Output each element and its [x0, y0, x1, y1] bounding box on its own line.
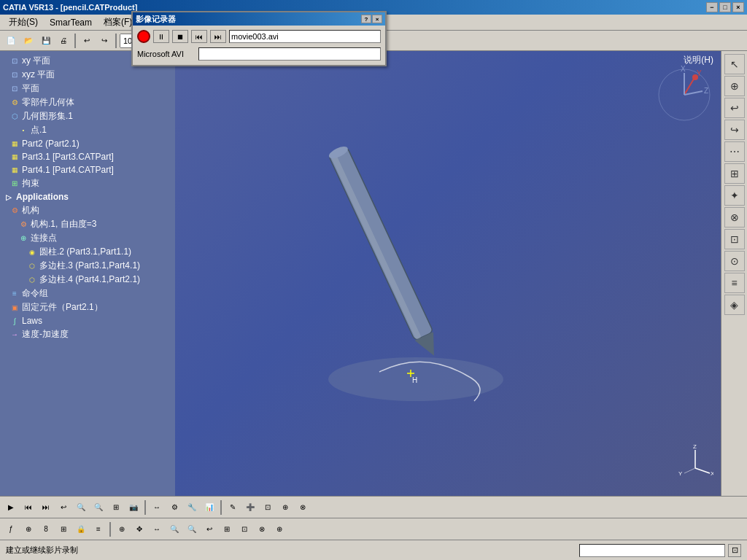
- tree-item-7[interactable]: ▦Part3.1 [Part3.CATPart]: [0, 150, 175, 163]
- close-button[interactable]: ×: [732, 2, 744, 12]
- bt1-btn8[interactable]: 📷: [125, 499, 142, 516]
- tree-item-11[interactable]: ⚙机构: [0, 203, 175, 217]
- redo-button[interactable]: ↪: [96, 33, 112, 49]
- tree-item-17[interactable]: ≡命令组: [0, 287, 175, 300]
- tree-item-19[interactable]: ∫Laws: [0, 314, 175, 327]
- bt1-btn5[interactable]: 🔍: [73, 499, 89, 516]
- bt1-btn2[interactable]: ⏮: [20, 499, 36, 516]
- bt2-btn15[interactable]: ⊗: [254, 521, 270, 537]
- tree-item-5[interactable]: •点.1: [0, 123, 175, 137]
- bt1-btn15[interactable]: ⊡: [260, 499, 276, 516]
- status-expand-btn[interactable]: ⊡: [728, 544, 741, 557]
- tree-label-13: 连接点: [31, 232, 57, 244]
- tree-item-15[interactable]: ⬡多边柱.3 (Part3.1,Part4.1): [0, 259, 175, 273]
- bt1-btn7[interactable]: ⊞: [108, 499, 124, 516]
- dialog-format-row: Microsoft AVI: [137, 47, 381, 61]
- bt1-btn14[interactable]: ➕: [242, 499, 258, 516]
- record-button[interactable]: [137, 30, 150, 43]
- tree-item-20[interactable]: →速度-加速度: [0, 327, 175, 341]
- menu-start[interactable]: 开始(S): [3, 15, 44, 30]
- tree-item-4[interactable]: ⬡几何图形集.1: [0, 109, 175, 123]
- bt1-btn13[interactable]: ✎: [225, 499, 241, 516]
- stop-button[interactable]: ⏹: [172, 30, 188, 43]
- bt1-btn4[interactable]: ↩: [55, 499, 71, 516]
- tree-item-6[interactable]: ▦Part2 (Part2.1): [0, 137, 175, 150]
- filename-input[interactable]: [229, 30, 381, 43]
- bt1-btn17[interactable]: ⊗: [295, 499, 311, 516]
- bt2-btn9[interactable]: ↔: [149, 521, 165, 537]
- bt2-btn2[interactable]: ⊕: [20, 521, 36, 537]
- rt-btn-4[interactable]: ↪: [724, 120, 745, 140]
- bt1-btn1[interactable]: ▶: [3, 499, 19, 516]
- rt-btn-9[interactable]: ⊡: [724, 229, 745, 249]
- bt2-btn14[interactable]: ⊡: [236, 521, 252, 537]
- next-button[interactable]: ⏭: [210, 30, 226, 43]
- bt2-btn1[interactable]: ƒ: [3, 521, 19, 537]
- tree-item-14[interactable]: ◉圆柱.2 (Part3.1,Part1.1): [0, 245, 175, 259]
- tree-item-12[interactable]: ⚙机构.1, 自由度=3: [0, 217, 175, 231]
- bt2-btn3[interactable]: 8: [38, 521, 54, 537]
- bt2-btn13[interactable]: ⊞: [219, 521, 235, 537]
- bt2-btn6[interactable]: ≡: [90, 521, 107, 537]
- dialog-content: ⏸ ⏹ ⏮ ⏭ Microsoft AVI: [133, 26, 385, 65]
- bt1-btn12[interactable]: 📊: [201, 499, 217, 516]
- tree-item-8[interactable]: ▦Part4.1 [Part4.CATPart]: [0, 163, 175, 176]
- tree-item-9[interactable]: ⊞拘束: [0, 176, 175, 190]
- rt-btn-10[interactable]: ⊙: [724, 251, 745, 271]
- rt-btn-12[interactable]: ◈: [724, 295, 745, 315]
- prev-button[interactable]: ⏮: [191, 30, 207, 43]
- dialog-close-btn[interactable]: ×: [372, 15, 382, 23]
- bt1-btn3[interactable]: ⏭: [38, 499, 54, 516]
- rt-btn-11[interactable]: ≡: [724, 273, 745, 293]
- tree-item-16[interactable]: ⬡多边柱.4 (Part4.1,Part2.1): [0, 273, 175, 287]
- bt2-btn4[interactable]: ⊞: [55, 521, 71, 537]
- bt2-btn11[interactable]: 🔍: [184, 521, 200, 537]
- bt2-btn8[interactable]: ✥: [131, 521, 147, 537]
- tree-label-12: 机构.1, 自由度=3: [31, 218, 96, 230]
- compass-widget: Y Z X: [655, 66, 713, 126]
- bt2-btn5[interactable]: 🔒: [73, 521, 89, 537]
- svg-text:X: X: [711, 470, 713, 477]
- help-label: 说明(H): [684, 54, 713, 66]
- tree-item-18[interactable]: ▣固定元件（Part2.1）: [0, 300, 175, 314]
- save-button[interactable]: 💾: [38, 33, 54, 49]
- format-value-input[interactable]: [198, 47, 381, 61]
- bt2-btn16[interactable]: ⊕: [271, 521, 287, 537]
- print-button[interactable]: 🖨: [55, 33, 71, 49]
- bt1-btn6[interactable]: 🔍: [90, 499, 107, 516]
- new-button[interactable]: 📄: [3, 33, 19, 49]
- rt-btn-7[interactable]: ✦: [724, 185, 745, 206]
- bt2-btn12[interactable]: ↩: [201, 521, 217, 537]
- tree-item-3[interactable]: ⚙零部件几何体: [0, 96, 175, 109]
- viewport-3d[interactable]: 说明(H) Y Z X: [175, 51, 721, 496]
- bt1-btn11[interactable]: 🔧: [184, 499, 200, 516]
- tree-item-2[interactable]: ⊡平面: [0, 82, 175, 96]
- dialog-help-btn[interactable]: ?: [361, 15, 371, 23]
- bt1-btn10[interactable]: ⚙: [166, 499, 182, 516]
- open-button[interactable]: 📂: [20, 33, 36, 49]
- rt-btn-8[interactable]: ⊗: [724, 207, 745, 228]
- sep1: [74, 34, 76, 48]
- bt1-btn16[interactable]: ⊕: [277, 499, 293, 516]
- svg-text:H: H: [412, 376, 417, 384]
- tree-label-18: 固定元件（Part2.1）: [22, 301, 103, 314]
- bt2-btn10[interactable]: 🔍: [166, 521, 182, 537]
- tree-label-8: Part4.1 [Part4.CATPart]: [22, 165, 114, 175]
- maximize-button[interactable]: □: [719, 2, 731, 12]
- rt-btn-5[interactable]: ⋯: [724, 141, 745, 162]
- rt-btn-3[interactable]: ↩: [724, 98, 745, 118]
- minimize-button[interactable]: −: [706, 2, 718, 12]
- rt-btn-6[interactable]: ⊞: [724, 163, 745, 184]
- bt2-btn7[interactable]: ⊕: [114, 521, 130, 537]
- pause-button[interactable]: ⏸: [153, 30, 169, 43]
- svg-line-18: [684, 468, 695, 473]
- pencil-model: H: [321, 124, 540, 416]
- rt-btn-2[interactable]: ⊕: [724, 76, 745, 96]
- undo-button[interactable]: ↩: [79, 33, 95, 49]
- bt1-btn9[interactable]: ↔: [149, 499, 165, 516]
- menu-smarteam[interactable]: SmarTeam: [44, 16, 98, 29]
- rt-btn-1[interactable]: ↖: [724, 54, 745, 74]
- tree-item-1[interactable]: ⊡xyz 平面: [0, 68, 175, 82]
- tree-item-13[interactable]: ⊕连接点: [0, 231, 175, 245]
- tree-item-10[interactable]: ▷Applications: [0, 190, 175, 203]
